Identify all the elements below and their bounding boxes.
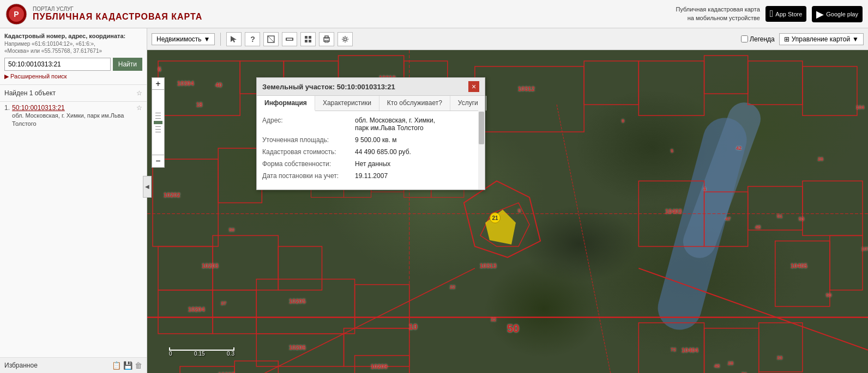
search-button[interactable]: Найти (113, 58, 142, 71)
zoom-tick-6 (155, 132, 161, 132)
header-right: Публичная кадастровая карта на мобильном… (676, 5, 863, 22)
legend-checkbox[interactable] (741, 35, 748, 42)
appstore-button[interactable]:  App Store (765, 6, 807, 22)
tab-characteristics[interactable]: Характеристики (315, 96, 379, 111)
advanced-search-link[interactable]: ▶ Расширенный поиск (4, 73, 142, 80)
favorites-icons: 📋 💾 🗑 (112, 361, 142, 370)
settings-btn[interactable] (337, 32, 353, 46)
result-star-icon[interactable]: ☆ (136, 104, 142, 112)
measure-tool-btn[interactable] (282, 32, 297, 46)
svg-rect-35 (256, 279, 354, 334)
print-btn[interactable] (319, 32, 334, 46)
map-control-label: Управление картой (792, 35, 850, 43)
favorites-delete-icon[interactable]: 🗑 (135, 361, 142, 370)
zoom-tick-1 (155, 113, 161, 113)
svg-rect-24 (638, 61, 704, 115)
svg-rect-9 (305, 36, 308, 39)
mobile-description: Публичная кадастровая карта на мобильном… (676, 5, 760, 22)
search-hint: Например «61:6:10104:12», «61:6:»,«Москв… (4, 40, 142, 54)
scale-label-03: 0.3 (227, 351, 234, 357)
dropdown-label: Недвижимость (156, 35, 202, 43)
legend-label: Легенда (750, 35, 775, 43)
header-left: Р ПОРТАЛ УСЛУГ ПУБЛИЧНАЯ КАДАСТРОВАЯ КАР… (5, 3, 202, 25)
info-value-cost: 44 490 685.00 руб. (355, 148, 479, 156)
info-row-address: Адрес: обл. Московская, г. Химки,парк им… (262, 117, 479, 132)
svg-rect-11 (305, 40, 308, 42)
sidebar-collapse-arrow[interactable]: ◀ (143, 176, 152, 198)
svg-rect-27 (803, 66, 857, 115)
map-toolbar: Недвижимость ▼ ? (147, 28, 868, 50)
tab-who-serves[interactable]: Кто обслуживает? (379, 96, 450, 111)
popup-scrollbar[interactable] (478, 111, 485, 189)
map-background[interactable]: 21 10304 40 10310 10312 10202 10203 1020… (147, 50, 868, 373)
tab-information[interactable]: Информация (257, 96, 315, 111)
svg-rect-49 (638, 323, 704, 373)
popup-title: Земельный участок: 50:10:0010313:21 (262, 83, 395, 91)
search-input[interactable] (4, 58, 111, 71)
zoom-out-button[interactable]: − (152, 155, 164, 167)
result-link[interactable]: 50:10:0010313:21 (12, 104, 134, 112)
info-row-cost: Кадастровая стоимость: 44 490 685.00 руб… (262, 148, 479, 156)
info-tool-btn[interactable]: ? (245, 32, 260, 46)
info-value-ownership: Нет данных (355, 160, 479, 168)
svg-rect-47 (748, 186, 803, 230)
svg-rect-36 (355, 285, 409, 328)
googleplay-label: Google play (826, 11, 858, 17)
svg-rect-26 (748, 61, 803, 105)
googleplay-button[interactable]: ▶ Google play (812, 6, 863, 22)
header-title-block: ПОРТАЛ УСЛУГ ПУБЛИЧНАЯ КАДАСТРОВАЯ КАРТА (33, 6, 202, 22)
zoom-rect-btn[interactable] (263, 32, 279, 46)
map-control-button[interactable]: ⊞ Управление картой ▼ (779, 33, 864, 45)
header: Р ПОРТАЛ УСЛУГ ПУБЛИЧНАЯ КАДАСТРОВАЯ КАР… (0, 0, 868, 28)
googleplay-icon: ▶ (816, 8, 824, 20)
svg-rect-48 (803, 181, 863, 235)
portal-label: ПОРТАЛ УСЛУГ (33, 6, 202, 12)
info-value-date: 19.11.2007 (355, 172, 479, 180)
svg-rect-50 (704, 328, 759, 373)
popup-close-button[interactable]: × (468, 81, 479, 92)
popup-content: Адрес: обл. Московская, г. Химки,парк им… (257, 111, 485, 189)
zoom-controls: + − (152, 77, 165, 168)
logo-emblem: Р (5, 3, 27, 25)
appstore-label: App Store (775, 11, 802, 17)
search-section: Кадастровый номер, адрес, координата: На… (0, 28, 147, 85)
results-list: 1. 50:10:0010313:21 обл. Московская, г. … (0, 102, 147, 357)
zoom-tick-2 (155, 115, 161, 116)
scale-labels: 0 0.15 0.3 (169, 351, 234, 357)
svg-rect-12 (309, 40, 311, 42)
found-text: Найден 1 объект (4, 89, 56, 97)
info-label-area: Уточненная площадь: (262, 136, 355, 144)
info-label-cost: Кадастровая стоимость: (262, 148, 355, 156)
svg-rect-37 (256, 334, 343, 366)
favorites-export-icon[interactable]: 📋 (112, 361, 121, 370)
popup-scrollbar-thumb[interactable] (479, 112, 484, 144)
info-row-date: Дата постановки на учет: 19.11.2007 (262, 172, 479, 180)
sidebar: Кадастровый номер, адрес, координата: На… (0, 28, 147, 373)
search-row: Найти (4, 58, 142, 71)
svg-line-5 (268, 36, 274, 42)
result-item: 1. 50:10:0010313:21 обл. Московская, г. … (4, 104, 142, 129)
tab-services[interactable]: Услуги (450, 96, 486, 111)
svg-marker-3 (231, 36, 237, 42)
property-type-dropdown[interactable]: Недвижимость ▼ (152, 33, 215, 45)
info-label-address: Адрес: (262, 117, 355, 132)
found-star-icon[interactable]: ☆ (136, 89, 142, 97)
cursor-tool-btn[interactable] (226, 32, 242, 46)
svg-rect-29 (218, 148, 262, 203)
map-area[interactable]: Недвижимость ▼ ? (147, 28, 868, 373)
zoom-in-button[interactable]: + (152, 78, 164, 90)
info-row-ownership: Форма собственности: Нет данных (262, 160, 479, 168)
legend-checkbox-label[interactable]: Легенда (741, 35, 775, 43)
svg-rect-22 (475, 66, 584, 132)
favorites-save-icon[interactable]: 💾 (123, 361, 132, 370)
zoom-thumb[interactable] (154, 121, 162, 124)
zoom-slider[interactable] (152, 90, 164, 155)
toolbar-separator-1 (220, 33, 221, 46)
svg-rect-51 (759, 323, 803, 372)
svg-point-16 (344, 38, 347, 40)
toolbar-right: Легенда ⊞ Управление картой ▼ (741, 33, 864, 45)
scale-bar: 0 0.15 0.3 (169, 347, 234, 357)
svg-rect-31 (213, 236, 278, 290)
layers-btn[interactable] (300, 32, 316, 46)
svg-rect-41 (355, 356, 409, 373)
